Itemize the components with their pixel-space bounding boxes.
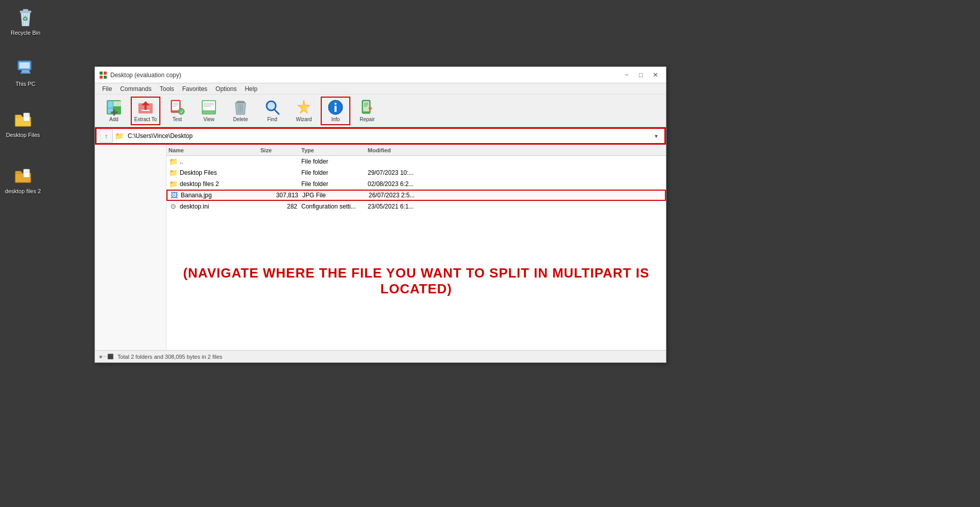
- col-header-name[interactable]: Name: [169, 147, 260, 153]
- desktop-files-icon[interactable]: Desktop Files: [3, 107, 43, 140]
- svg-point-48: [268, 102, 275, 109]
- svg-rect-41: [203, 111, 215, 113]
- menu-commands[interactable]: Commands: [116, 84, 155, 94]
- address-up-button[interactable]: ↑: [100, 129, 113, 143]
- address-input[interactable]: C:\Users\Vince\Desktop: [126, 130, 651, 142]
- svg-rect-15: [100, 72, 103, 75]
- toolbar-add-button[interactable]: ➕ Add: [99, 97, 129, 125]
- svg-text:♻: ♻: [22, 15, 28, 22]
- annotation-text: (NAVIGATE WHERE THE FILE YOU WANT TO SPL…: [166, 250, 666, 312]
- svg-marker-50: [298, 100, 310, 113]
- file-type-ini: Configuration setti...: [301, 203, 368, 210]
- table-row[interactable]: 📁 .. File folder: [166, 156, 666, 167]
- folder-icon: 📁: [169, 168, 178, 177]
- svg-rect-37: [203, 101, 215, 110]
- repair-icon: [359, 99, 375, 116]
- main-window: Desktop (evaluation copy) − □ ✕ File Com…: [94, 66, 666, 363]
- menu-options[interactable]: Options: [211, 84, 241, 94]
- toolbar-test-label: Test: [173, 117, 182, 122]
- desktop-files-label: Desktop Files: [6, 132, 40, 138]
- extract-to-icon: [137, 99, 154, 116]
- svg-rect-27: [145, 105, 147, 110]
- menu-favorites[interactable]: Favorites: [178, 84, 211, 94]
- table-row[interactable]: ⚙ desktop.ini 282 Configuration setti...…: [166, 201, 666, 212]
- col-header-type[interactable]: Type: [301, 147, 368, 153]
- file-size-ini: 282: [260, 203, 301, 210]
- info-icon: [327, 99, 344, 116]
- table-row[interactable]: 📁 desktop files 2 File folder 02/08/2023…: [166, 178, 666, 190]
- svg-rect-7: [19, 62, 30, 68]
- address-path-text: C:\Users\Vince\Desktop: [128, 132, 193, 140]
- column-headers: Name Size Type Modified: [166, 145, 666, 156]
- toolbar-delete-button[interactable]: Delete: [226, 97, 255, 125]
- file-modified-desktopfiles2: 02/08/2023 6:2...: [368, 180, 439, 188]
- menu-file[interactable]: File: [98, 84, 116, 94]
- close-button[interactable]: ✕: [649, 70, 662, 80]
- desktop-files-2-label: desktop files 2: [5, 188, 41, 194]
- toolbar-extract-to-button[interactable]: Extract To: [131, 97, 160, 125]
- file-list-container: Name Size Type Modified 📁 .. File folder: [95, 145, 666, 350]
- table-row[interactable]: 📁 Desktop Files File folder 29/07/2023 1…: [166, 167, 666, 178]
- folder-icon: 📁: [169, 157, 178, 166]
- this-pc-label: This PC: [15, 81, 35, 87]
- svg-line-49: [275, 110, 279, 114]
- minimize-button[interactable]: −: [620, 70, 633, 80]
- toolbar: ➕ Add Extract To: [95, 95, 666, 127]
- menu-bar: File Commands Tools Favorites Options He…: [95, 83, 666, 95]
- status-bar-text: Total 2 folders and 308,095 bytes in 2 f…: [117, 354, 222, 360]
- toolbar-delete-label: Delete: [233, 117, 248, 122]
- toolbar-wizard-button[interactable]: Wizard: [289, 97, 319, 125]
- menu-help[interactable]: Help: [241, 84, 261, 94]
- test-icon: ✓: [169, 99, 185, 116]
- table-row[interactable]: 🖼 Banana.jpg 307,813 JPG File 26/07/2023…: [166, 190, 666, 201]
- restore-button[interactable]: □: [634, 70, 648, 80]
- toolbar-repair-label: Repair: [360, 117, 374, 122]
- this-pc-icon[interactable]: This PC: [5, 56, 46, 89]
- toolbar-repair-button[interactable]: Repair: [352, 97, 382, 125]
- file-type-desktopfiles: File folder: [301, 169, 368, 176]
- this-pc-image: [15, 58, 36, 79]
- folder-icon: 📁: [169, 179, 178, 189]
- toolbar-wizard-label: Wizard: [296, 117, 312, 122]
- svg-rect-17: [100, 76, 103, 79]
- status-icon-1: ■: [99, 354, 102, 359]
- file-name-desktopfiles2: desktop files 2: [180, 180, 219, 188]
- file-modified-ini: 23/05/2021 6:1...: [368, 203, 439, 210]
- desktop-files-image: [13, 109, 33, 130]
- svg-rect-30: [172, 101, 179, 110]
- wizard-icon: [296, 99, 312, 116]
- address-bar-row: ↑ 📁 C:\Users\Vince\Desktop ▼: [95, 127, 666, 145]
- toolbar-test-button[interactable]: ✓ Test: [162, 97, 192, 125]
- file-type-desktopfiles2: File folder: [301, 180, 368, 188]
- file-type-parent: File folder: [301, 158, 368, 165]
- desktop-files-2-icon[interactable]: desktop files 2: [3, 164, 43, 196]
- file-modified-banana: 26/07/2023 2:5...: [369, 192, 440, 199]
- recycle-bin-image: ♻: [15, 7, 36, 28]
- svg-rect-16: [104, 72, 107, 75]
- status-bar: ■ − ⬛ Total 2 folders and 308,095 bytes …: [95, 350, 666, 362]
- add-icon: ➕: [106, 99, 122, 116]
- status-icon-3: ⬛: [107, 354, 113, 359]
- col-header-modified[interactable]: Modified: [368, 147, 439, 153]
- svg-rect-18: [104, 76, 107, 79]
- window-title: Desktop (evaluation copy): [110, 72, 620, 79]
- file-name-parent: ..: [180, 158, 183, 165]
- toolbar-info-label: Info: [331, 117, 340, 122]
- col-header-size[interactable]: Size: [260, 147, 301, 153]
- toolbar-info-button[interactable]: Info: [321, 97, 350, 125]
- svg-rect-22: [113, 101, 121, 106]
- toolbar-view-button[interactable]: View: [194, 97, 224, 125]
- svg-text:✓: ✓: [180, 109, 184, 114]
- file-size-banana: 307,813: [261, 192, 302, 199]
- file-name-banana: Banana.jpg: [181, 192, 212, 199]
- address-dropdown-button[interactable]: ▼: [651, 130, 661, 142]
- file-name-ini: desktop.ini: [180, 203, 209, 210]
- status-icon-2: −: [103, 354, 106, 359]
- recycle-bin-icon[interactable]: ♻ Recycle Bin: [5, 5, 46, 38]
- file-list-main: Name Size Type Modified 📁 .. File folder: [166, 145, 666, 350]
- toolbar-find-button[interactable]: Find: [257, 97, 287, 125]
- menu-tools[interactable]: Tools: [156, 84, 178, 94]
- title-bar: Desktop (evaluation copy) − □ ✕: [95, 67, 666, 83]
- svg-rect-20: [108, 101, 113, 108]
- toolbar-view-label: View: [203, 117, 214, 122]
